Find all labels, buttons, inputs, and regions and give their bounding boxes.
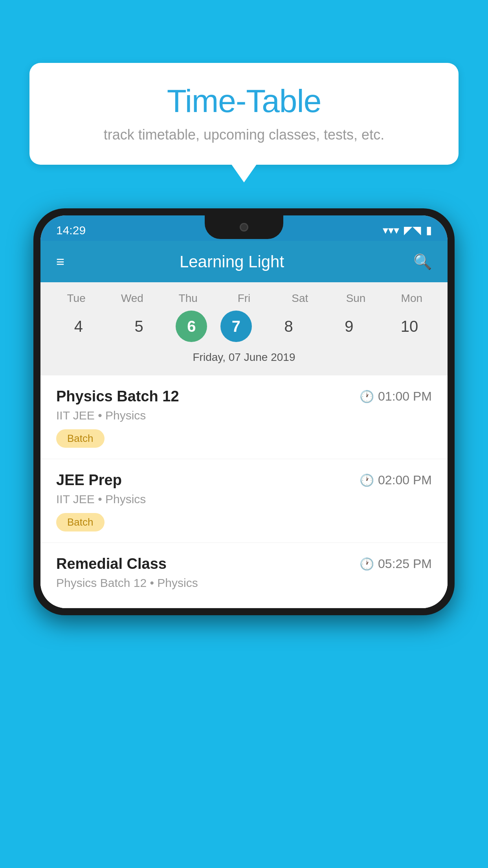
date-6-today[interactable]: 6 (176, 311, 207, 342)
phone-screen: 14:29 ▾▾▾ ◤◥ ▮ ≡ Learning Light 🔍 Tue We… (40, 215, 448, 608)
day-wed[interactable]: Wed (108, 292, 156, 305)
clock-icon-3: 🕐 (360, 557, 374, 571)
class-item-remedial[interactable]: Remedial Class 🕐 05:25 PM Physics Batch … (40, 543, 448, 608)
clock-icon-2: 🕐 (360, 473, 374, 487)
phone-frame: 14:29 ▾▾▾ ◤◥ ▮ ≡ Learning Light 🔍 Tue We… (33, 208, 455, 615)
class-name-1: Physics Batch 12 (56, 388, 179, 405)
class-time-2: 🕐 02:00 PM (360, 473, 432, 487)
class-course-1: IIT JEE • Physics (56, 409, 432, 422)
class-course-3: Physics Batch 12 • Physics (56, 576, 432, 590)
status-icons: ▾▾▾ ◤◥ ▮ (383, 224, 432, 237)
clock-icon-1: 🕐 (360, 390, 374, 403)
search-icon[interactable]: 🔍 (413, 253, 432, 270)
date-10[interactable]: 10 (386, 311, 433, 342)
phone-notch (205, 215, 283, 239)
dates-row: 4 5 6 7 8 9 10 (48, 311, 440, 342)
hamburger-icon[interactable]: ≡ (56, 254, 64, 270)
day-fri[interactable]: Fri (220, 292, 268, 305)
day-sat[interactable]: Sat (276, 292, 323, 305)
class-list: Physics Batch 12 🕐 01:00 PM IIT JEE • Ph… (40, 375, 448, 608)
class-item-physics-batch[interactable]: Physics Batch 12 🕐 01:00 PM IIT JEE • Ph… (40, 375, 448, 459)
batch-tag-1: Batch (56, 429, 105, 448)
date-7-selected[interactable]: 7 (220, 311, 252, 342)
class-name-2: JEE Prep (56, 472, 122, 489)
date-4[interactable]: 4 (55, 311, 102, 342)
class-header-1: Physics Batch 12 🕐 01:00 PM (56, 388, 432, 405)
class-header-3: Remedial Class 🕐 05:25 PM (56, 555, 432, 572)
camera-dot (240, 223, 248, 232)
bubble-title: Time-Table (53, 83, 435, 120)
calendar-strip: Tue Wed Thu Fri Sat Sun Mon 4 5 6 7 8 9 … (40, 282, 448, 375)
date-9[interactable]: 9 (325, 311, 372, 342)
class-item-jee-prep[interactable]: JEE Prep 🕐 02:00 PM IIT JEE • Physics Ba… (40, 459, 448, 543)
status-time: 14:29 (56, 224, 86, 237)
day-sun[interactable]: Sun (332, 292, 380, 305)
app-header: ≡ Learning Light 🔍 (40, 241, 448, 282)
wifi-icon: ▾▾▾ (383, 224, 399, 237)
signal-icon: ◤◥ (404, 224, 421, 237)
selected-date-label: Friday, 07 June 2019 (48, 349, 440, 368)
date-5[interactable]: 5 (116, 311, 163, 342)
day-tue[interactable]: Tue (53, 292, 100, 305)
battery-icon: ▮ (426, 224, 432, 237)
app-title: Learning Light (76, 252, 387, 271)
class-name-3: Remedial Class (56, 555, 167, 572)
class-time-1: 🕐 01:00 PM (360, 389, 432, 404)
day-mon[interactable]: Mon (388, 292, 435, 305)
class-header-2: JEE Prep 🕐 02:00 PM (56, 472, 432, 489)
speech-bubble: Time-Table track timetable, upcoming cla… (29, 63, 459, 165)
days-row: Tue Wed Thu Fri Sat Sun Mon (48, 292, 440, 305)
date-8[interactable]: 8 (265, 311, 312, 342)
class-time-3: 🕐 05:25 PM (360, 557, 432, 571)
phone-container: 14:29 ▾▾▾ ◤◥ ▮ ≡ Learning Light 🔍 Tue We… (33, 208, 455, 868)
batch-tag-2: Batch (56, 513, 105, 531)
bubble-subtitle: track timetable, upcoming classes, tests… (53, 127, 435, 143)
day-thu[interactable]: Thu (165, 292, 212, 305)
class-course-2: IIT JEE • Physics (56, 493, 432, 506)
